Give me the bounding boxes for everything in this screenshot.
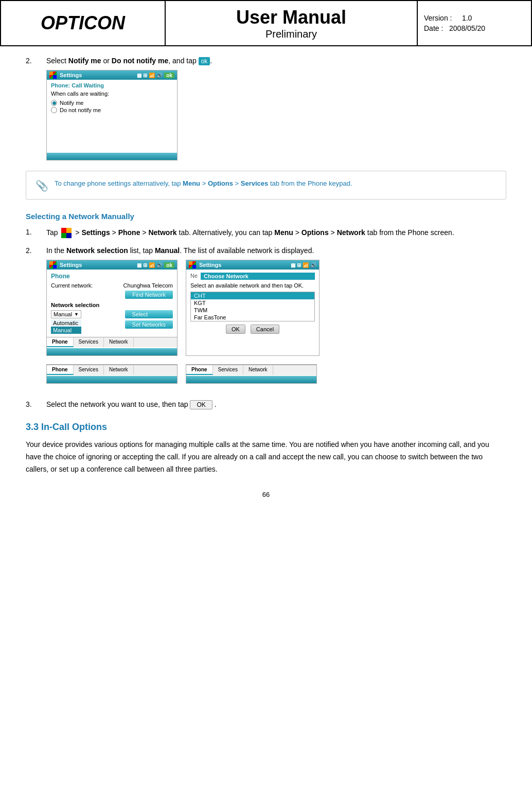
bottom-tab-services-left[interactable]: Services [74, 365, 104, 375]
step-3-network: 3. Select the network you want to use, t… [26, 400, 506, 409]
bottom-screens-row: Phone Services Network Phone Services Ne… [46, 364, 506, 384]
network-col-label: Ne [190, 273, 198, 280]
step-number: 2. [26, 57, 46, 65]
bottom-tab-network-left[interactable]: Network [104, 365, 134, 375]
dropdown-arrow-icon: ▼ [74, 312, 79, 317]
main-title: User Manual [236, 7, 346, 28]
step-3-body: Select the network you want to use, then… [46, 400, 506, 409]
bottom-left-tab-bar: Phone Services Network [47, 365, 177, 375]
left-screen-body: Phone Current network: Chunghwa Telecom … [47, 270, 177, 337]
manual-item[interactable]: Manual [51, 327, 81, 334]
dropdown-container: Manual ▼ Automatic Manual [51, 310, 81, 334]
current-network-value: Chunghwa Telecom [123, 282, 173, 289]
choose-network-header: Ne Choose Network [190, 273, 315, 280]
page-number: 66 [262, 491, 270, 498]
document-title: User Manual Preliminary [166, 1, 418, 45]
left-screen-tab-bar: Phone Services Network [47, 337, 177, 347]
bottom-left-screen: Phone Services Network [46, 364, 178, 384]
step-1-network: 1. Tap > Settings > Phone > Network tab.… [26, 228, 506, 238]
step-2-network: 2. In the Network selection list, tap Ma… [26, 246, 506, 392]
windows-flag-icon-inline [61, 228, 72, 238]
set-networks-button[interactable]: Set Networks [125, 320, 173, 329]
right-title-icons: ▦ ⊞ 📶 🔊 [291, 262, 316, 268]
notify-me-option[interactable]: Notify me [51, 100, 173, 106]
step-3-number: 3. [26, 400, 46, 408]
tab-network[interactable]: Network [104, 337, 134, 347]
main-content: 2. Select Notify me or Do not notify me,… [0, 46, 532, 519]
section-3-3-heading: 3.3 In-Call Options [26, 422, 506, 433]
current-network-label: Current network: [51, 282, 93, 289]
right-screen-title-bar: Settings ▦ ⊞ 📶 🔊 [186, 260, 319, 270]
bottom-tab-phone-left[interactable]: Phone [47, 365, 74, 375]
waiting-label: When calls are waiting: [51, 91, 173, 97]
cht-item[interactable]: CHT [191, 292, 314, 299]
ok-button[interactable]: OK [226, 325, 245, 334]
ok-button-inline[interactable]: OK [190, 400, 212, 409]
keyboard-bar [47, 153, 177, 160]
date-row: Date : 2008/05/20 [424, 24, 525, 32]
bottom-right-tab-bar: Phone Services Network [186, 365, 316, 375]
network-dropdown[interactable]: Manual ▼ [51, 310, 81, 318]
title-bar-icons: ▦ ⊞ 📶 🔊 ok [137, 73, 174, 78]
bottom-left-keyboard [47, 376, 177, 383]
call-waiting-screen-container: Settings ▦ ⊞ 📶 🔊 ok Phone: Call Waiting … [46, 70, 506, 160]
logo: OPTICON [1, 1, 166, 45]
bottom-tab-services-right[interactable]: Services [213, 365, 243, 375]
tab-services[interactable]: Services [74, 337, 104, 347]
do-not-notify-radio[interactable] [51, 107, 57, 113]
step-1-text: Tap > Settings > Phone > Network tab. Al… [46, 228, 506, 238]
network-list: Automatic Manual [51, 319, 81, 334]
selecting-network-heading: Selecting a Network Manually [26, 212, 506, 221]
network-screens-row: Settings ▦ ⊞ 📶 🔊 ok Phone Cu [46, 260, 506, 356]
win-flag-right [189, 261, 196, 268]
page-footer: 66 [26, 491, 506, 509]
left-screen-title-bar: Settings ▦ ⊞ 📶 🔊 ok [47, 260, 177, 270]
step-1-body: Tap > Settings > Phone > Network tab. Al… [46, 228, 506, 238]
sub-title: Preliminary [265, 28, 317, 40]
windows-flag-icon [49, 71, 57, 79]
do-not-notify-option[interactable]: Do not notify me [51, 107, 173, 113]
step-2-network-text: In the Network selection list, tap Manua… [46, 246, 506, 255]
current-network-row: Current network: Chunghwa Telecom [51, 282, 173, 289]
screen-spacer [47, 121, 177, 152]
bottom-tab-network-right[interactable]: Network [243, 365, 273, 375]
choose-network-title-box: Choose Network [201, 273, 315, 280]
cancel-button[interactable]: Cancel [251, 325, 279, 334]
automatic-item[interactable]: Automatic [51, 319, 81, 327]
network-sel-row: Manual ▼ Automatic Manual Select [51, 310, 173, 334]
screen-section-title: Phone: Call Waiting [51, 82, 173, 88]
select-button[interactable]: Select [125, 310, 173, 318]
find-network-button[interactable]: Find Network [125, 291, 173, 299]
notify-me-radio[interactable] [51, 100, 57, 106]
step-2-number: 2. [26, 246, 46, 255]
step-2-text: Select Notify me or Do not notify me, an… [46, 57, 506, 65]
ok-cancel-row: OK Cancel [190, 325, 315, 334]
section-3-3-body: Your device provides various options for… [26, 439, 506, 475]
note-icon: 📎 [36, 180, 48, 192]
tab-phone[interactable]: Phone [47, 337, 74, 347]
choose-network-screen: Settings ▦ ⊞ 📶 🔊 Ne Cho [186, 260, 320, 356]
network-list-box: CHT KGT TWM Far EasTone [190, 292, 315, 321]
bottom-right-screen: Phone Services Network [186, 364, 317, 384]
kgt-item[interactable]: KGT [191, 299, 314, 307]
step-2-notify: 2. Select Notify me or Do not notify me,… [26, 57, 506, 160]
ok-badge: ok [199, 57, 210, 65]
step-body: Select Notify me or Do not notify me, an… [46, 57, 506, 160]
note-text: To change phone settings alternatively, … [55, 178, 352, 189]
bottom-tab-phone-right[interactable]: Phone [186, 365, 213, 375]
screen-body: Phone: Call Waiting When calls are waiti… [47, 80, 177, 121]
screen-buttons: Select Set Networks [125, 310, 173, 329]
network-selection-screen: Settings ▦ ⊞ 📶 🔊 ok Phone Cu [46, 260, 178, 356]
screen-title-bar: Settings ▦ ⊞ 📶 🔊 ok [47, 70, 177, 80]
twm-item[interactable]: TWM [191, 307, 314, 314]
win-flag-left [49, 261, 57, 268]
left-keyboard-bar [47, 348, 177, 355]
far-easttone-item[interactable]: Far EasTone [191, 314, 314, 321]
instruction-text: Select an available network and then tap… [190, 282, 315, 289]
step-3-text: Select the network you want to use, then… [46, 400, 506, 409]
network-selection-label: Network selection [51, 302, 173, 308]
header-meta: Version : 1.0 Date : 2008/05/20 [418, 1, 531, 45]
left-title-icons: ▦ ⊞ 📶 🔊 ok [137, 262, 174, 268]
step-1-number: 1. [26, 228, 46, 236]
find-network-btn-container: Find Network [51, 292, 173, 298]
